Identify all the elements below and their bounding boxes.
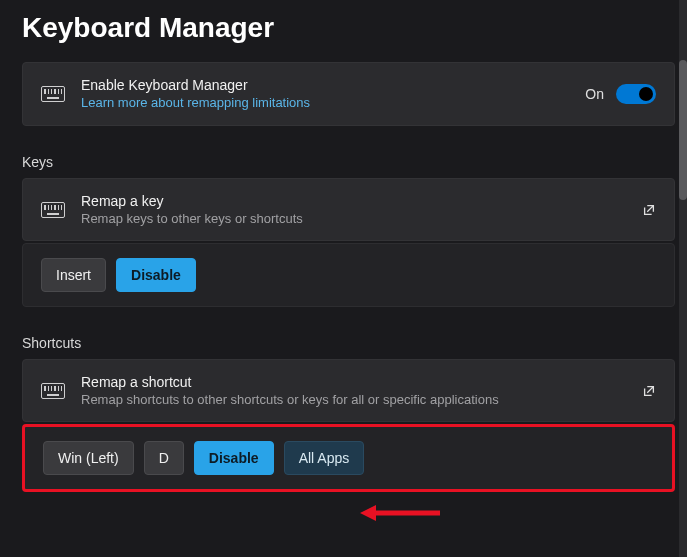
key-chip-insert[interactable]: Insert (41, 258, 106, 292)
keys-section-label: Keys (22, 154, 675, 170)
keyboard-icon (41, 383, 65, 399)
annotation-arrow (360, 503, 440, 523)
enable-toggle[interactable] (616, 84, 656, 104)
enable-keyboard-manager-card: Enable Keyboard Manager Learn more about… (22, 62, 675, 126)
remap-shortcut-title: Remap a shortcut (81, 374, 626, 390)
enable-card-title: Enable Keyboard Manager (81, 77, 569, 93)
shortcut-remap-row-highlighted: Win (Left) D Disable All Apps (22, 424, 675, 492)
svg-marker-1 (360, 505, 376, 521)
remap-key-subtitle: Remap keys to other keys or shortcuts (81, 211, 626, 226)
keyboard-icon (41, 202, 65, 218)
external-link-icon (642, 384, 656, 398)
key-chip-all-apps[interactable]: All Apps (284, 441, 365, 475)
scrollbar[interactable] (679, 0, 687, 557)
key-chip-disable[interactable]: Disable (194, 441, 274, 475)
scrollbar-thumb[interactable] (679, 60, 687, 200)
learn-more-link[interactable]: Learn more about remapping limitations (81, 95, 310, 110)
remap-key-card[interactable]: Remap a key Remap keys to other keys or … (22, 178, 675, 241)
remap-shortcut-subtitle: Remap shortcuts to other shortcuts or ke… (81, 392, 626, 407)
key-chip-d[interactable]: D (144, 441, 184, 475)
key-chip-disable[interactable]: Disable (116, 258, 196, 292)
page-title: Keyboard Manager (22, 0, 675, 62)
toggle-knob (639, 87, 653, 101)
key-chip-win-left[interactable]: Win (Left) (43, 441, 134, 475)
toggle-label: On (585, 86, 604, 102)
keyboard-icon (41, 86, 65, 102)
remap-shortcut-card[interactable]: Remap a shortcut Remap shortcuts to othe… (22, 359, 675, 422)
remap-key-title: Remap a key (81, 193, 626, 209)
external-link-icon (642, 203, 656, 217)
key-remap-row: Insert Disable (22, 243, 675, 307)
shortcuts-section-label: Shortcuts (22, 335, 675, 351)
